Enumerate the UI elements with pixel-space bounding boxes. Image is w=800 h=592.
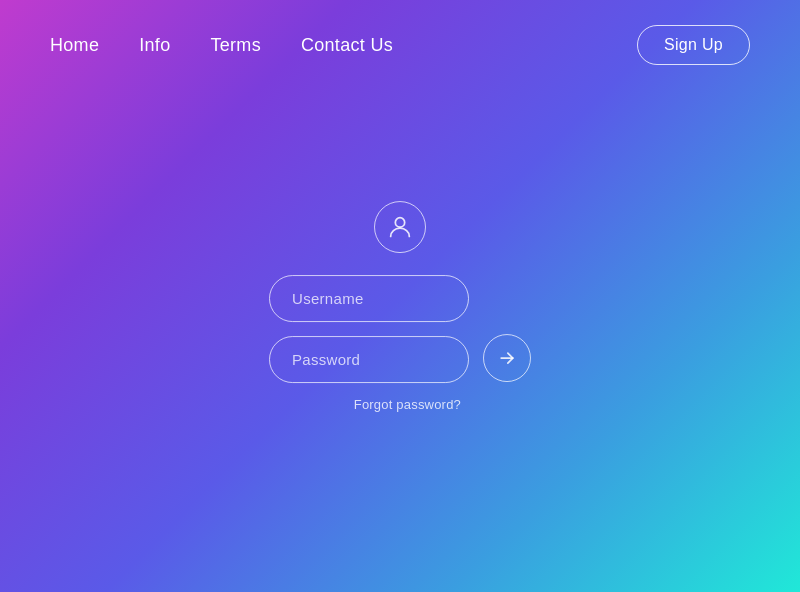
nav-link-contact[interactable]: Contact Us [301,35,393,56]
forgot-password-link[interactable]: Forgot password? [269,397,531,412]
nav-link-home[interactable]: Home [50,35,99,56]
inputs-row [269,275,531,383]
password-input[interactable] [269,336,469,383]
login-form: Forgot password? [269,201,531,412]
user-icon-wrapper [374,201,426,253]
user-svg [386,213,414,241]
signup-button[interactable]: Sign Up [637,25,750,65]
nav-link-info[interactable]: Info [139,35,170,56]
navbar: Home Info Terms Contact Us Sign Up [0,0,800,90]
svg-point-0 [395,218,404,227]
arrow-right-icon [497,348,517,368]
nav-links: Home Info Terms Contact Us [50,35,393,56]
submit-button[interactable] [483,334,531,382]
user-avatar-icon [374,201,426,253]
app-background: Home Info Terms Contact Us Sign Up [0,0,800,592]
nav-link-terms[interactable]: Terms [210,35,261,56]
input-fields [269,275,469,383]
username-input[interactable] [269,275,469,322]
